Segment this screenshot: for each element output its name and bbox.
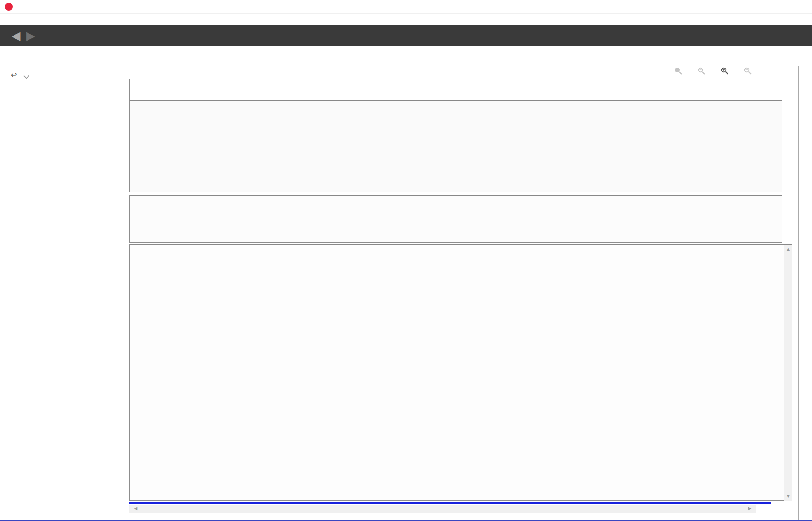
undo-icon[interactable]: ↩ xyxy=(11,70,17,80)
zoom-reset-icon[interactable] xyxy=(697,67,706,75)
event-timeline-panel[interactable]: ▲ ▼ xyxy=(129,244,792,501)
views-chevron-icon[interactable] xyxy=(24,72,29,79)
event-vertical-scrollbar[interactable]: ▲ ▼ xyxy=(784,245,792,501)
close-button[interactable] xyxy=(791,0,812,14)
menu-help[interactable] xyxy=(18,15,24,17)
main-content: ▲ ▼ xyxy=(129,66,798,521)
scroll-left-icon[interactable]: ◄ xyxy=(131,506,140,511)
zoom-toolbar xyxy=(674,67,782,75)
maximize-button[interactable] xyxy=(770,0,791,14)
horizontal-scrollbar[interactable]: ◄ ► xyxy=(129,505,756,513)
menu-file[interactable] xyxy=(2,15,8,17)
selection-range-line xyxy=(129,502,771,504)
wavefront-occupancy-chart[interactable] xyxy=(129,100,782,192)
zoom-out-icon[interactable] xyxy=(743,67,752,75)
scroll-up-icon[interactable]: ▲ xyxy=(784,247,793,252)
scroll-right-icon[interactable]: ► xyxy=(745,506,754,511)
zoom-in-icon[interactable] xyxy=(720,67,729,75)
view-tabs xyxy=(0,46,812,66)
title-bar xyxy=(0,0,812,14)
cache-counters-chart[interactable] xyxy=(129,195,782,243)
hide-legend-strip[interactable] xyxy=(0,67,9,173)
menu-bar xyxy=(0,14,812,25)
show-details-strip[interactable] xyxy=(798,66,812,521)
forward-arrow-icon[interactable]: ▶ xyxy=(26,29,35,42)
nav-bar: ◀ ▶ xyxy=(0,25,812,46)
time-ruler[interactable] xyxy=(129,79,782,100)
scroll-down-icon[interactable]: ▼ xyxy=(784,494,793,499)
minimize-button[interactable] xyxy=(748,0,770,14)
zoom-to-selection-icon[interactable] xyxy=(674,67,683,75)
back-arrow-icon[interactable]: ◀ xyxy=(12,29,20,42)
legend-sidebar: ↩ xyxy=(9,66,128,521)
app-logo-icon xyxy=(5,3,13,11)
